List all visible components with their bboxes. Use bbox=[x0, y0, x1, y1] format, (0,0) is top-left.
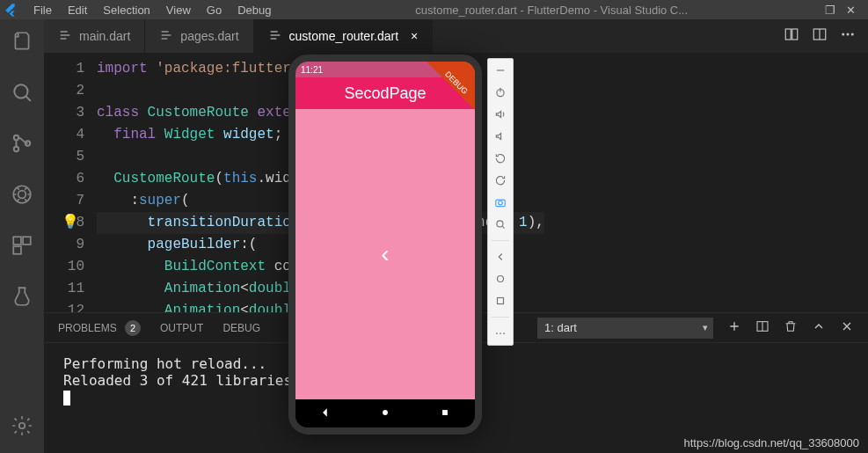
line-number: 6 bbox=[44, 168, 84, 190]
line-number: 10 bbox=[44, 256, 84, 278]
tab-pages-dart[interactable]: pages.dart bbox=[145, 19, 253, 53]
device-clock: 11:21 bbox=[301, 65, 323, 75]
new-terminal-icon[interactable] bbox=[727, 319, 741, 336]
watermark: https://blog.csdn.net/qq_33608000 bbox=[684, 436, 860, 449]
emulator-toolbar bbox=[487, 58, 514, 346]
line-number-gutter: 123456789101112 bbox=[44, 53, 97, 312]
lightbulb-icon[interactable]: 💡 bbox=[62, 212, 79, 234]
tab-label: pages.dart bbox=[180, 29, 238, 43]
panel-tab-problems[interactable]: PROBLEMS 2 bbox=[58, 320, 141, 336]
svg-rect-6 bbox=[13, 237, 21, 245]
window-restore-icon[interactable]: ❐ bbox=[825, 4, 835, 17]
device-frame[interactable]: 11:21 ▾ ◢ ▮ DEBUG SecodPage ‹ bbox=[288, 55, 482, 435]
svg-point-9 bbox=[19, 423, 26, 429]
panel-tab-output[interactable]: OUTPUT bbox=[160, 322, 203, 334]
svg-rect-24 bbox=[498, 298, 504, 304]
debug-banner: DEBUG bbox=[426, 55, 482, 113]
chevron-up-icon[interactable] bbox=[812, 319, 826, 336]
device-body[interactable]: ‹ bbox=[295, 109, 475, 399]
svg-rect-11 bbox=[792, 29, 798, 40]
chevron-left-icon[interactable]: ‹ bbox=[381, 240, 389, 268]
emu-back-icon[interactable] bbox=[494, 251, 507, 263]
svg-rect-18 bbox=[442, 410, 448, 415]
android-emulator: 11:21 ▾ ◢ ▮ DEBUG SecodPage ‹ bbox=[288, 55, 514, 435]
app-bar-title: SecodPage bbox=[344, 84, 426, 103]
line-number: 11 bbox=[44, 278, 84, 300]
split-editor-icon[interactable] bbox=[812, 26, 828, 46]
line-number: 5 bbox=[44, 146, 84, 168]
tab-label: main.dart bbox=[79, 29, 130, 43]
line-number: 2 bbox=[44, 80, 84, 102]
close-icon[interactable]: × bbox=[411, 29, 418, 43]
panel-tab-debug[interactable]: DEBUG bbox=[222, 322, 260, 334]
tab-label: custome_router.dart bbox=[289, 29, 399, 43]
menu-file[interactable]: File bbox=[26, 4, 59, 17]
panel-close-icon[interactable] bbox=[840, 319, 854, 336]
svg-point-25 bbox=[496, 332, 498, 334]
nav-home-icon[interactable] bbox=[379, 406, 391, 421]
problems-count-badge: 2 bbox=[125, 320, 141, 336]
testing-icon[interactable] bbox=[11, 285, 33, 311]
line-number: 7 bbox=[44, 190, 84, 212]
compare-icon[interactable] bbox=[784, 26, 799, 46]
emu-power-icon[interactable] bbox=[494, 86, 507, 99]
svg-point-23 bbox=[498, 276, 504, 282]
editor-actions bbox=[771, 19, 868, 53]
split-terminal-icon[interactable] bbox=[755, 319, 770, 336]
tab-custome-router-dart[interactable]: custome_router.dart × bbox=[254, 19, 434, 53]
activity-bar bbox=[0, 19, 44, 453]
terminal-select[interactable]: 1: dart bbox=[537, 318, 713, 339]
svg-point-13 bbox=[842, 33, 844, 36]
terminal-cursor bbox=[63, 391, 70, 406]
emu-home-icon[interactable] bbox=[494, 273, 507, 285]
svg-point-17 bbox=[383, 410, 388, 415]
menubar: File Edit Selection View Go Debug custom… bbox=[0, 0, 868, 19]
menu-selection[interactable]: Selection bbox=[96, 4, 157, 17]
device-app-bar: DEBUG SecodPage bbox=[295, 77, 475, 109]
search-icon[interactable] bbox=[11, 81, 33, 107]
svg-point-22 bbox=[497, 221, 503, 227]
emu-rotate-right-icon[interactable] bbox=[494, 174, 507, 186]
explorer-icon[interactable] bbox=[11, 30, 33, 56]
extensions-icon[interactable] bbox=[11, 234, 33, 260]
svg-point-15 bbox=[851, 33, 854, 36]
tab-main-dart[interactable]: main.dart bbox=[44, 19, 145, 53]
line-number: 12 bbox=[44, 300, 84, 312]
svg-rect-7 bbox=[23, 237, 31, 245]
svg-point-5 bbox=[18, 191, 26, 199]
svg-point-1 bbox=[14, 135, 18, 140]
window-title: custome_router.dart - FlutterDemo - Visu… bbox=[280, 4, 823, 17]
emu-zoom-icon[interactable] bbox=[494, 218, 507, 230]
nav-recent-icon[interactable] bbox=[439, 406, 451, 421]
emu-volume-down-icon[interactable] bbox=[494, 130, 507, 142]
menu-go[interactable]: Go bbox=[200, 4, 229, 17]
editor-tabs: main.dart pages.dart custome_router.dart… bbox=[44, 19, 868, 53]
svg-point-26 bbox=[500, 332, 501, 334]
menu-debug[interactable]: Debug bbox=[230, 4, 278, 17]
file-icon bbox=[159, 28, 173, 45]
emu-overview-icon[interactable] bbox=[494, 295, 507, 307]
settings-gear-icon[interactable] bbox=[11, 414, 33, 441]
emu-camera-icon[interactable] bbox=[494, 196, 507, 208]
svg-point-14 bbox=[847, 33, 850, 36]
emu-volume-up-icon[interactable] bbox=[494, 108, 507, 121]
svg-rect-8 bbox=[13, 246, 21, 254]
file-icon bbox=[268, 28, 282, 45]
app-logo-icon bbox=[4, 2, 19, 18]
file-icon bbox=[58, 28, 72, 45]
menu-edit[interactable]: Edit bbox=[61, 4, 94, 17]
source-control-icon[interactable] bbox=[11, 132, 33, 158]
line-number: 9 bbox=[44, 234, 84, 256]
trash-icon[interactable] bbox=[784, 319, 798, 336]
emu-close-icon[interactable] bbox=[494, 64, 507, 77]
svg-point-21 bbox=[499, 201, 503, 205]
menu-view[interactable]: View bbox=[159, 4, 198, 17]
window-close-icon[interactable]: ✕ bbox=[846, 4, 856, 17]
emu-more-icon[interactable] bbox=[494, 327, 507, 340]
nav-back-icon[interactable] bbox=[319, 406, 332, 421]
line-number: 3 bbox=[44, 102, 84, 124]
emu-rotate-left-icon[interactable] bbox=[494, 152, 507, 164]
more-actions-icon[interactable] bbox=[840, 26, 856, 46]
line-number: 1 bbox=[44, 58, 84, 80]
debug-icon[interactable] bbox=[11, 183, 33, 209]
